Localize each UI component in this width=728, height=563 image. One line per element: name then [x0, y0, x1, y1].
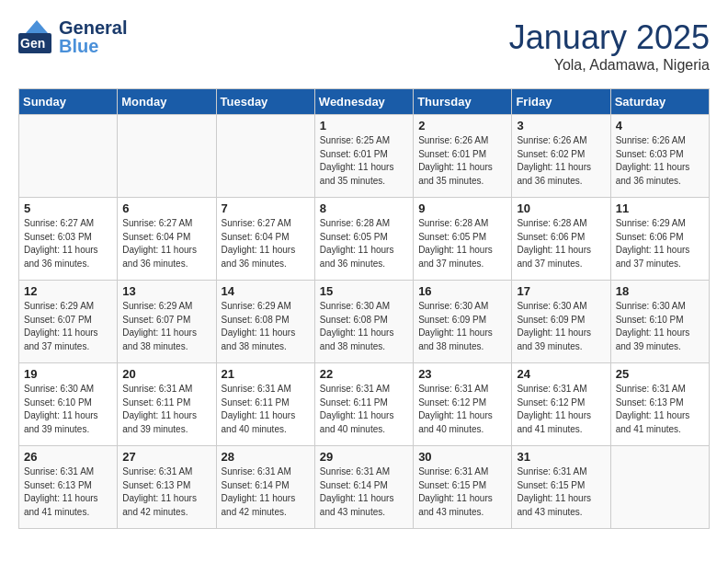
table-row: 21Sunrise: 6:31 AM Sunset: 6:11 PM Dayli…	[216, 363, 314, 446]
day-info: Sunrise: 6:30 AM Sunset: 6:10 PM Dayligh…	[24, 383, 112, 436]
day-info: Sunrise: 6:31 AM Sunset: 6:12 PM Dayligh…	[418, 383, 506, 436]
day-info: Sunrise: 6:29 AM Sunset: 6:07 PM Dayligh…	[24, 300, 112, 353]
calendar-week-row: 12Sunrise: 6:29 AM Sunset: 6:07 PM Dayli…	[19, 281, 710, 363]
day-number: 24	[517, 367, 605, 381]
table-row	[216, 115, 314, 198]
table-row: 6Sunrise: 6:27 AM Sunset: 6:04 PM Daylig…	[118, 198, 216, 281]
table-row: 22Sunrise: 6:31 AM Sunset: 6:11 PM Dayli…	[314, 363, 413, 446]
day-number: 5	[24, 201, 112, 215]
day-number: 20	[122, 367, 210, 381]
col-friday: Friday	[512, 89, 610, 115]
logo-blue: Blue	[59, 37, 127, 55]
table-row: 26Sunrise: 6:31 AM Sunset: 6:13 PM Dayli…	[19, 446, 118, 529]
day-number: 21	[222, 367, 310, 381]
table-row: 27Sunrise: 6:31 AM Sunset: 6:13 PM Dayli…	[118, 446, 216, 529]
day-info: Sunrise: 6:29 AM Sunset: 6:08 PM Dayligh…	[222, 300, 310, 353]
day-info: Sunrise: 6:31 AM Sunset: 6:11 PM Dayligh…	[222, 383, 310, 436]
day-number: 8	[320, 201, 408, 215]
calendar-week-row: 19Sunrise: 6:30 AM Sunset: 6:10 PM Dayli…	[19, 363, 710, 446]
day-info: Sunrise: 6:27 AM Sunset: 6:04 PM Dayligh…	[122, 217, 210, 270]
table-row: 30Sunrise: 6:31 AM Sunset: 6:15 PM Dayli…	[414, 446, 512, 529]
day-info: Sunrise: 6:31 AM Sunset: 6:15 PM Dayligh…	[418, 465, 506, 519]
table-row: 10Sunrise: 6:28 AM Sunset: 6:06 PM Dayli…	[512, 198, 610, 281]
table-row: 2Sunrise: 6:26 AM Sunset: 6:01 PM Daylig…	[414, 115, 512, 198]
day-number: 4	[616, 119, 704, 132]
col-tuesday: Tuesday	[216, 89, 314, 115]
day-info: Sunrise: 6:26 AM Sunset: 6:01 PM Dayligh…	[418, 134, 506, 188]
table-row: 23Sunrise: 6:31 AM Sunset: 6:12 PM Dayli…	[414, 363, 512, 446]
day-info: Sunrise: 6:30 AM Sunset: 6:09 PM Dayligh…	[418, 300, 506, 353]
table-row: 8Sunrise: 6:28 AM Sunset: 6:05 PM Daylig…	[314, 198, 413, 281]
day-number: 31	[517, 450, 605, 464]
day-number: 2	[418, 119, 506, 132]
logo-general: General	[59, 17, 127, 38]
col-wednesday: Wednesday	[314, 89, 413, 115]
day-number: 19	[24, 367, 112, 381]
day-number: 12	[24, 284, 112, 298]
col-sunday: Sunday	[19, 89, 118, 115]
table-row: 14Sunrise: 6:29 AM Sunset: 6:08 PM Dayli…	[216, 281, 314, 363]
day-info: Sunrise: 6:31 AM Sunset: 6:11 PM Dayligh…	[122, 383, 210, 436]
day-info: Sunrise: 6:31 AM Sunset: 6:15 PM Dayligh…	[517, 465, 605, 519]
day-number: 17	[517, 284, 605, 298]
table-row: 28Sunrise: 6:31 AM Sunset: 6:14 PM Dayli…	[216, 446, 314, 529]
table-row: 20Sunrise: 6:31 AM Sunset: 6:11 PM Dayli…	[118, 363, 216, 446]
day-number: 26	[24, 450, 112, 464]
calendar-week-row: 5Sunrise: 6:27 AM Sunset: 6:03 PM Daylig…	[19, 198, 710, 281]
day-info: Sunrise: 6:29 AM Sunset: 6:07 PM Dayligh…	[122, 300, 210, 353]
day-number: 25	[616, 367, 704, 381]
table-row: 13Sunrise: 6:29 AM Sunset: 6:07 PM Dayli…	[118, 281, 216, 363]
table-row: 5Sunrise: 6:27 AM Sunset: 6:03 PM Daylig…	[19, 198, 118, 281]
calendar-subtitle: Yola, Adamawa, Nigeria	[509, 57, 710, 74]
day-info: Sunrise: 6:31 AM Sunset: 6:13 PM Dayligh…	[24, 465, 112, 519]
calendar-header-row: Sunday Monday Tuesday Wednesday Thursday…	[19, 89, 710, 115]
day-info: Sunrise: 6:31 AM Sunset: 6:14 PM Dayligh…	[222, 465, 310, 519]
day-info: Sunrise: 6:25 AM Sunset: 6:01 PM Dayligh…	[320, 134, 408, 188]
col-thursday: Thursday	[414, 89, 512, 115]
day-info: Sunrise: 6:28 AM Sunset: 6:05 PM Dayligh…	[418, 217, 506, 270]
day-number: 29	[320, 450, 408, 464]
table-row: 31Sunrise: 6:31 AM Sunset: 6:15 PM Dayli…	[512, 446, 610, 529]
table-row: 3Sunrise: 6:26 AM Sunset: 6:02 PM Daylig…	[512, 115, 610, 198]
table-row: 15Sunrise: 6:30 AM Sunset: 6:08 PM Dayli…	[314, 281, 413, 363]
day-info: Sunrise: 6:31 AM Sunset: 6:11 PM Dayligh…	[320, 383, 408, 436]
day-number: 14	[222, 284, 310, 298]
day-info: Sunrise: 6:31 AM Sunset: 6:12 PM Dayligh…	[517, 383, 605, 436]
day-info: Sunrise: 6:29 AM Sunset: 6:06 PM Dayligh…	[616, 217, 704, 270]
day-number: 30	[418, 450, 506, 464]
table-row: 29Sunrise: 6:31 AM Sunset: 6:14 PM Dayli…	[314, 446, 413, 529]
calendar-table: Sunday Monday Tuesday Wednesday Thursday…	[18, 88, 710, 529]
table-row: 1Sunrise: 6:25 AM Sunset: 6:01 PM Daylig…	[314, 115, 413, 198]
day-info: Sunrise: 6:28 AM Sunset: 6:06 PM Dayligh…	[517, 217, 605, 270]
day-info: Sunrise: 6:31 AM Sunset: 6:13 PM Dayligh…	[616, 383, 704, 436]
day-info: Sunrise: 6:30 AM Sunset: 6:08 PM Dayligh…	[320, 300, 408, 353]
logo-icon: Gen	[18, 20, 55, 53]
day-number: 7	[222, 201, 310, 215]
table-row	[19, 115, 118, 198]
day-number: 18	[616, 284, 704, 298]
day-info: Sunrise: 6:27 AM Sunset: 6:04 PM Dayligh…	[222, 217, 310, 270]
day-info: Sunrise: 6:26 AM Sunset: 6:03 PM Dayligh…	[616, 134, 704, 188]
table-row: 11Sunrise: 6:29 AM Sunset: 6:06 PM Dayli…	[610, 198, 709, 281]
day-number: 27	[122, 450, 210, 464]
table-row: 9Sunrise: 6:28 AM Sunset: 6:05 PM Daylig…	[414, 198, 512, 281]
table-row: 16Sunrise: 6:30 AM Sunset: 6:09 PM Dayli…	[414, 281, 512, 363]
day-info: Sunrise: 6:26 AM Sunset: 6:02 PM Dayligh…	[517, 134, 605, 188]
day-number: 22	[320, 367, 408, 381]
table-row	[118, 115, 216, 198]
page-header: Gen General Blue January 2025 Yola, Adam…	[18, 18, 710, 74]
table-row: 19Sunrise: 6:30 AM Sunset: 6:10 PM Dayli…	[19, 363, 118, 446]
day-number: 3	[517, 119, 605, 132]
day-number: 23	[418, 367, 506, 381]
calendar-title: January 2025	[509, 18, 710, 57]
day-number: 16	[418, 284, 506, 298]
table-row: 18Sunrise: 6:30 AM Sunset: 6:10 PM Dayli…	[610, 281, 709, 363]
svg-marker-2	[26, 20, 48, 33]
day-info: Sunrise: 6:31 AM Sunset: 6:13 PM Dayligh…	[122, 465, 210, 519]
day-number: 11	[616, 201, 704, 215]
calendar-week-row: 26Sunrise: 6:31 AM Sunset: 6:13 PM Dayli…	[19, 446, 710, 529]
table-row: 7Sunrise: 6:27 AM Sunset: 6:04 PM Daylig…	[216, 198, 314, 281]
day-number: 9	[418, 201, 506, 215]
col-monday: Monday	[118, 89, 216, 115]
table-row: 4Sunrise: 6:26 AM Sunset: 6:03 PM Daylig…	[610, 115, 709, 198]
